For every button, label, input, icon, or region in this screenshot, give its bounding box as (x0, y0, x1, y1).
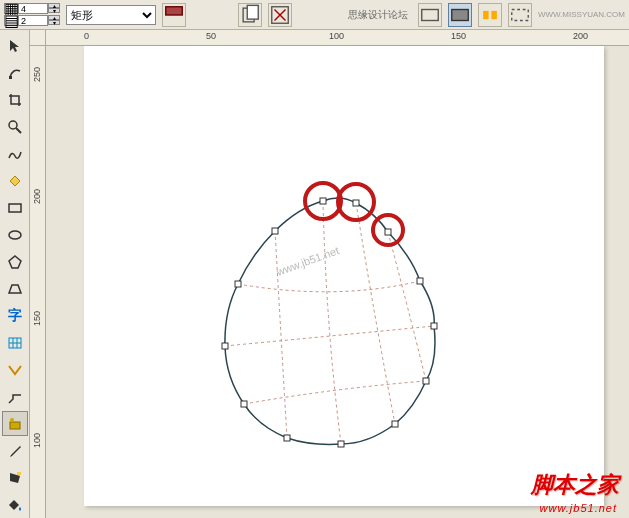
canvas-area: 050100150200 250200150100 www.jb51.net 脚… (30, 30, 629, 518)
outline-tool[interactable] (2, 465, 28, 490)
horizontal-ruler[interactable]: 050100150200 (46, 30, 629, 46)
svg-rect-23 (17, 472, 21, 475)
svg-rect-0 (166, 6, 183, 14)
shape-dropdown[interactable]: 矩形 (66, 5, 156, 25)
svg-rect-2 (247, 5, 258, 19)
shape-node[interactable] (353, 200, 359, 206)
brand-logo: 脚本之家 (531, 470, 619, 500)
ellipse-tool[interactable] (2, 222, 28, 247)
wrap-option-3[interactable] (478, 3, 502, 27)
header-label: 思缘设计论坛 (348, 8, 408, 22)
ruler-tick: 200 (32, 189, 42, 204)
highlight-circles (305, 183, 403, 245)
connector-tool[interactable] (2, 384, 28, 409)
fill-tool[interactable] (2, 492, 28, 517)
zoom-tool[interactable] (2, 114, 28, 139)
drawing-canvas[interactable] (46, 46, 626, 516)
ruler-tick: 150 (451, 31, 466, 41)
grid-cols-input[interactable] (18, 3, 48, 14)
options-bar: ▦ ▴▾ ▤ ▴▾ 矩形 思缘设计论坛 WWW.MISSYUAN.COM (0, 0, 629, 30)
crop-tool[interactable] (2, 87, 28, 112)
brand-url: www.jb51.net (540, 502, 617, 514)
ruler-origin[interactable] (30, 30, 46, 46)
ruler-tick: 200 (573, 31, 588, 41)
shape-node[interactable] (241, 401, 247, 407)
shape-node[interactable] (222, 343, 228, 349)
wrap-option-4[interactable] (508, 3, 532, 27)
svg-rect-7 (452, 9, 469, 20)
smartfill-tool[interactable] (2, 168, 28, 193)
shape-tool[interactable] (2, 60, 28, 85)
grid-rows-input[interactable] (18, 15, 48, 26)
svg-point-22 (10, 418, 14, 422)
toolbox: 字 (0, 30, 30, 518)
grid-rows-stepper[interactable]: ▤ ▴▾ (4, 15, 60, 26)
header-url: WWW.MISSYUAN.COM (538, 10, 625, 19)
svg-rect-14 (9, 204, 21, 212)
basic-shapes-tool[interactable] (2, 276, 28, 301)
stepper-down[interactable]: ▾ (48, 8, 60, 13)
svg-rect-6 (422, 9, 439, 20)
shape-node[interactable] (320, 198, 326, 204)
grid-icon: ▤ (4, 15, 18, 26)
stepper-down[interactable]: ▾ (48, 20, 60, 25)
shape-node[interactable] (417, 278, 423, 284)
svg-rect-8 (483, 10, 489, 18)
svg-point-12 (9, 121, 17, 129)
preset-button[interactable] (162, 3, 186, 27)
shape-node[interactable] (338, 441, 344, 447)
shape-node[interactable] (385, 229, 391, 235)
ruler-tick: 100 (329, 31, 344, 41)
svg-rect-21 (10, 422, 20, 429)
svg-point-15 (9, 231, 21, 239)
ruler-tick: 0 (84, 31, 89, 41)
polygon-tool[interactable] (2, 249, 28, 274)
wrap-option-1[interactable] (418, 3, 442, 27)
grid-steppers: ▦ ▴▾ ▤ ▴▾ (4, 3, 60, 26)
rectangle-tool[interactable] (2, 195, 28, 220)
text-tool[interactable]: 字 (2, 303, 28, 328)
shape-node[interactable] (272, 228, 278, 234)
vertical-ruler[interactable]: 250200150100 (30, 46, 46, 518)
shape-node[interactable] (284, 435, 290, 441)
ruler-tick: 50 (206, 31, 216, 41)
shape-node[interactable] (431, 323, 437, 329)
clear-mesh-button[interactable] (268, 3, 292, 27)
shape-node[interactable] (392, 421, 398, 427)
pick-tool[interactable] (2, 33, 28, 58)
table-tool[interactable] (2, 330, 28, 355)
interactive-tool[interactable] (2, 411, 28, 436)
nodes[interactable] (222, 198, 437, 447)
ruler-tick: 100 (32, 433, 42, 448)
ruler-tick: 150 (32, 311, 42, 326)
shape-node[interactable] (423, 378, 429, 384)
dimension-tool[interactable] (2, 357, 28, 382)
eyedropper-tool[interactable] (2, 438, 28, 463)
shape-node[interactable] (235, 281, 241, 287)
svg-rect-10 (512, 9, 529, 20)
svg-line-13 (16, 128, 21, 133)
ruler-tick: 250 (32, 67, 42, 82)
svg-marker-16 (9, 256, 21, 268)
svg-rect-11 (9, 76, 12, 79)
freehand-tool[interactable] (2, 141, 28, 166)
copy-mesh-button[interactable] (238, 3, 262, 27)
wrap-option-2[interactable] (448, 3, 472, 27)
svg-rect-9 (491, 10, 497, 18)
